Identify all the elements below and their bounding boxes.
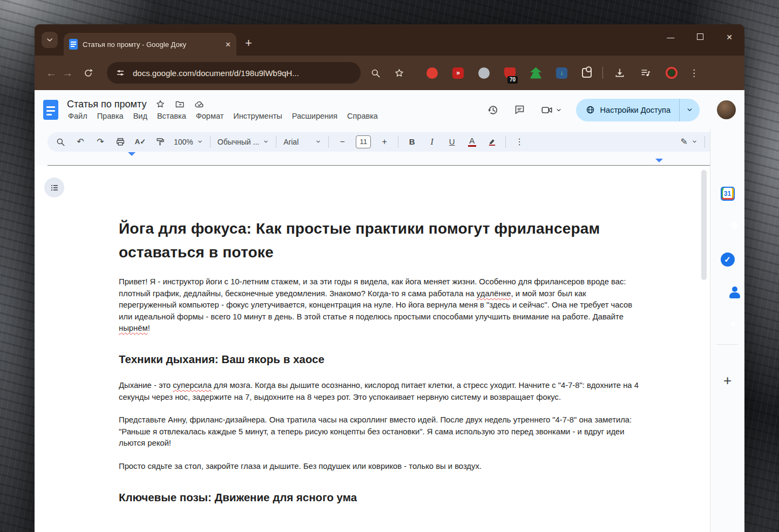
move-folder-icon[interactable] xyxy=(174,99,185,110)
text-run: Йога для фокуса: Как простые практики по… xyxy=(119,220,600,261)
maximize-button[interactable] xyxy=(697,33,703,42)
address-bar[interactable]: docs.google.com/document/d/198u9lWb9qH..… xyxy=(107,62,361,84)
tab-title: Статья по промту - Google Доку xyxy=(83,40,208,49)
globe-extension-icon[interactable] xyxy=(478,67,490,79)
highlight-color-button[interactable] xyxy=(485,135,498,148)
star-document-icon[interactable] xyxy=(155,99,166,110)
menu-item[interactable]: Справка xyxy=(343,111,382,121)
font-size-input[interactable]: 11 xyxy=(356,135,371,148)
text-run: Просто сядьте за стол, закройте глаза и … xyxy=(119,462,482,470)
increase-font-icon[interactable]: + xyxy=(378,135,391,148)
calendar-icon[interactable]: 31 xyxy=(721,187,735,201)
bookmark-star-icon[interactable] xyxy=(393,67,405,79)
browser-tab[interactable]: Статья по промту - Google Доку ✕ xyxy=(64,33,236,56)
menu-item[interactable]: Вставка xyxy=(153,111,191,121)
more-options-icon[interactable]: ⋮ xyxy=(513,135,526,148)
vertical-scrollbar[interactable] xyxy=(701,170,707,280)
menu-item[interactable]: Инструменты xyxy=(229,111,286,121)
docs-header: Статья по промту ФайлПравкаВидВставкаФор… xyxy=(35,90,744,129)
comments-icon[interactable] xyxy=(513,104,526,117)
playlist-icon[interactable] xyxy=(640,67,652,79)
search-menus-icon[interactable] xyxy=(54,135,67,148)
doc-paragraph: Привет! Я - инструктор йоги с 10-летним … xyxy=(119,276,646,335)
extension-badge: 70 xyxy=(507,76,518,84)
decrease-font-icon[interactable]: − xyxy=(336,135,349,148)
video-speed-extension-icon[interactable]: » xyxy=(452,67,464,79)
spellcheck-icon[interactable]: A✓ xyxy=(134,135,147,148)
add-addon-button[interactable]: + xyxy=(723,372,731,389)
bold-button[interactable]: B xyxy=(405,135,418,148)
font-name-value: Arial xyxy=(283,138,311,146)
browser-menu-icon[interactable]: ⋮ xyxy=(689,67,699,79)
right-indent-marker[interactable] xyxy=(655,159,663,162)
adblock-extension-icon[interactable] xyxy=(426,67,438,79)
side-panel-divider xyxy=(717,344,738,345)
document-title[interactable]: Статья по промту xyxy=(67,99,146,110)
docs-toolbar: ↶ ↷ A✓ 100% Обычный ... xyxy=(48,132,731,152)
cloud-saved-icon[interactable] xyxy=(194,99,205,110)
close-button[interactable]: ✕ xyxy=(726,33,733,42)
italic-button[interactable]: I xyxy=(425,135,438,148)
zoom-select[interactable]: 100% xyxy=(174,138,203,146)
doc-heading: Техники дыхания: Ваш якорь в хаосе xyxy=(119,352,646,367)
document-outline-button[interactable] xyxy=(44,178,64,197)
new-tab-button[interactable]: + xyxy=(245,36,252,50)
green-tree-extension-icon[interactable] xyxy=(530,67,541,79)
text-color-letter: A xyxy=(469,137,475,145)
site-settings-icon[interactable] xyxy=(114,67,126,79)
underline-button[interactable]: U xyxy=(445,135,458,148)
print-icon[interactable] xyxy=(114,135,127,148)
misspelled-word: удалёнке xyxy=(477,289,511,298)
redo-icon[interactable]: ↷ xyxy=(94,135,107,148)
tab-strip: Статья по промту - Google Доку ✕ + — ✕ xyxy=(35,24,744,56)
downloads-icon[interactable] xyxy=(614,67,626,79)
zoom-value: 100% xyxy=(174,138,193,146)
menu-item[interactable]: Формат xyxy=(192,111,228,121)
undo-icon[interactable]: ↶ xyxy=(74,135,87,148)
font-select[interactable]: Arial xyxy=(283,138,321,146)
minimize-button[interactable]: — xyxy=(667,33,674,42)
paragraph-style-select[interactable]: Обычный ... xyxy=(218,138,269,146)
url-text[interactable]: docs.google.com/document/d/198u9lWb9qH..… xyxy=(133,69,299,78)
meet-button[interactable] xyxy=(540,104,562,117)
browser-window: Статья по промту - Google Доку ✕ + — ✕ ←… xyxy=(35,24,744,532)
version-history-icon[interactable] xyxy=(486,104,499,117)
tab-close-icon[interactable]: ✕ xyxy=(225,40,231,49)
docs-logo-icon[interactable] xyxy=(43,100,58,120)
doc-paragraph: Дыхание - это суперсила для мозга. Когда… xyxy=(119,380,646,403)
desktop-background: Статья по промту - Google Доку ✕ + — ✕ ←… xyxy=(0,0,779,532)
menu-item[interactable]: Файл xyxy=(64,111,92,121)
tab-search-button[interactable] xyxy=(42,32,58,48)
forward-icon[interactable]: → xyxy=(59,67,76,79)
doc-heading: Йога для фокуса: Как простые практики по… xyxy=(119,217,646,264)
text-color-button[interactable]: A xyxy=(465,135,478,148)
google-docs-app: Статья по промту ФайлПравкаВидВставкаФор… xyxy=(35,90,744,532)
user-avatar[interactable] xyxy=(717,100,736,119)
paragraph-style-value: Обычный ... xyxy=(218,138,259,146)
editing-mode-select[interactable]: ✎ xyxy=(681,137,697,147)
document-canvas[interactable]: Йога для фокуса: Как простые практики по… xyxy=(35,166,710,532)
text-run: Представьте Анну, фриланс-дизайнера. Она… xyxy=(119,415,632,447)
menu-item[interactable]: Вид xyxy=(129,111,152,121)
profile-avatar-icon[interactable] xyxy=(666,67,678,79)
text-run: Ключевые позы: Движение для ясного ума xyxy=(119,491,357,503)
extensions-puzzle-icon[interactable] xyxy=(582,68,592,78)
text-run: ! xyxy=(148,324,150,332)
share-dropdown-icon[interactable] xyxy=(679,99,700,121)
chevron-down-icon xyxy=(315,139,321,145)
docs-toolbar-row: ↶ ↷ A✓ 100% Обычный ... xyxy=(35,129,744,154)
tasks-icon[interactable]: ✓ xyxy=(721,253,735,267)
paint-format-icon[interactable] xyxy=(154,135,167,148)
left-indent-marker[interactable] xyxy=(128,156,136,166)
share-button[interactable]: Настройки Доступа xyxy=(576,99,700,121)
reload-icon[interactable] xyxy=(83,68,99,78)
zoom-page-icon[interactable] xyxy=(369,67,381,79)
browser-toolbar: ← → docs.google.com/document/d/198u9lWb9… xyxy=(35,56,744,90)
shield-extension-icon[interactable]: 70 xyxy=(504,67,516,79)
menu-item[interactable]: Расширения xyxy=(288,111,342,121)
pen-icon: ✎ xyxy=(681,137,688,147)
savefrom-extension-icon[interactable]: ↓ xyxy=(556,67,567,79)
menu-item[interactable]: Правка xyxy=(93,111,128,121)
document-page: Йога для фокуса: Как простые практики по… xyxy=(35,166,646,505)
back-icon[interactable]: ← xyxy=(43,67,59,79)
